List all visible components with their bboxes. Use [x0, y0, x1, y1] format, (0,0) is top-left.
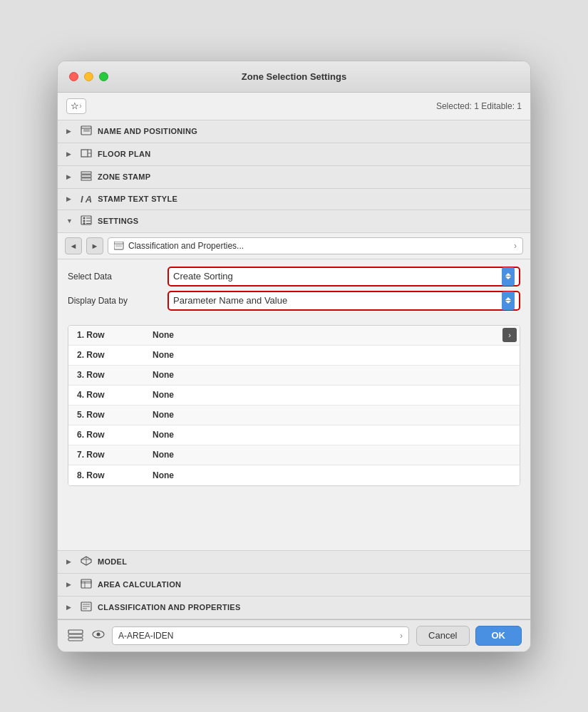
titlebar: Zone Selection Settings	[58, 61, 530, 93]
chevron-right-icon: ›	[79, 102, 81, 110]
display-data-label: Display Data by	[68, 296, 167, 306]
row-number: 8. Row	[68, 470, 147, 480]
section-icon-area	[81, 579, 92, 591]
toolbar-left: ☆ ›	[66, 98, 86, 114]
display-data-stepper[interactable]	[502, 291, 515, 310]
nav-prev-button[interactable]: ◄	[65, 237, 82, 254]
svg-rect-30	[68, 630, 83, 634]
section-stamp-text[interactable]: ▶ I A STAMP TEXT STYLE	[58, 189, 530, 210]
settings-nav-arrow: ›	[514, 241, 517, 251]
settings-nav-dropdown[interactable]: Classification and Properties... ›	[108, 237, 523, 254]
select-data-stepper[interactable]	[502, 267, 515, 286]
section-icon-class	[81, 602, 92, 614]
favorites-button[interactable]: ☆ ›	[66, 98, 86, 114]
section-title-floor: FLOOR PLAN	[98, 150, 151, 158]
section-name-and-positioning[interactable]: ▶ NAME AND POSITIONING	[58, 120, 530, 143]
table-row[interactable]: 8. Row None	[68, 465, 520, 485]
footer: A-AREA-IDEN › Cancel OK	[58, 619, 530, 651]
expand-arrow-zone: ▶	[66, 173, 75, 180]
expand-arrow-class: ▶	[66, 604, 75, 611]
section-zone-stamp[interactable]: ▶ ZONE STAMP	[58, 166, 530, 189]
minimize-button[interactable]	[84, 72, 93, 81]
bottom-sections: ▶ MODEL ▶ AREA CALCULATION ▶ CLASSIFICAT…	[58, 550, 530, 619]
toolbar: ☆ › Selected: 1 Editable: 1	[58, 93, 530, 120]
display-data-dropdown[interactable]: Parameter Name and Value	[167, 291, 520, 311]
select-data-value: Create Sorting	[173, 271, 233, 282]
stepper-down-icon[interactable]	[505, 277, 511, 279]
rows-table: 1. Row None › 2. Row None 3. Row None 4.…	[68, 325, 520, 486]
settings-nav-bar: ◄ ► Classification and Properties... ›	[58, 233, 530, 259]
table-row[interactable]: 5. Row None	[68, 406, 520, 425]
row-value: None	[147, 390, 500, 400]
svg-rect-8	[81, 178, 91, 180]
data-fields: Select Data Create Sorting Display Data …	[58, 259, 530, 322]
svg-point-10	[83, 217, 86, 219]
stepper-up-icon[interactable]	[505, 273, 511, 276]
svg-rect-31	[68, 634, 83, 637]
section-title-zone: ZONE STAMP	[98, 172, 150, 181]
main-window: Zone Selection Settings ☆ › Selected: 1 …	[57, 61, 531, 652]
section-icon-model	[81, 556, 92, 568]
display-stepper-down-icon[interactable]	[505, 301, 511, 304]
svg-rect-32	[68, 638, 83, 641]
section-title-settings: SETTINGS	[98, 217, 138, 225]
table-row[interactable]: 1. Row None ›	[68, 326, 520, 346]
row-action[interactable]: ›	[500, 328, 520, 342]
expand-arrow-stamp: ▶	[66, 195, 75, 202]
selection-info: Selected: 1 Editable: 1	[436, 101, 522, 111]
svg-point-34	[97, 633, 100, 636]
ok-button[interactable]: OK	[475, 626, 522, 646]
footer-layer-icon	[66, 628, 85, 644]
row-number: 7. Row	[68, 450, 147, 460]
row-value: None	[147, 450, 500, 460]
expand-arrow-name: ▶	[66, 128, 75, 135]
svg-rect-24	[81, 582, 91, 583]
table-row[interactable]: 4. Row None	[68, 386, 520, 406]
section-icon-name	[81, 125, 92, 138]
expand-arrow-settings: ▼	[66, 217, 75, 225]
svg-point-12	[83, 220, 86, 222]
layer-dropdown[interactable]: A-AREA-IDEN ›	[112, 626, 409, 645]
layer-arrow: ›	[400, 631, 403, 641]
expand-arrow-model: ▶	[66, 558, 75, 565]
svg-rect-6	[81, 172, 91, 174]
section-title-name: NAME AND POSITIONING	[98, 127, 197, 135]
svg-rect-7	[81, 175, 91, 177]
table-row[interactable]: 6. Row None	[68, 425, 520, 445]
section-classification[interactable]: ▶ CLASSIFICATION AND PROPERTIES	[58, 597, 530, 619]
row-number: 4. Row	[68, 390, 147, 400]
row-number: 5. Row	[68, 410, 147, 420]
window-title: Zone Selection Settings	[242, 71, 346, 82]
close-button[interactable]	[69, 72, 78, 81]
row-value: None	[147, 370, 500, 380]
section-floor-plan[interactable]: ▶ FLOOR PLAN	[58, 143, 530, 166]
display-data-value: Parameter Name and Value	[173, 295, 287, 306]
svg-rect-23	[81, 579, 91, 588]
table-row[interactable]: 3. Row None	[68, 366, 520, 386]
section-area-calc[interactable]: ▶ AREA CALCULATION	[58, 574, 530, 597]
table-row[interactable]: 7. Row None	[68, 445, 520, 465]
section-icon-settings	[81, 215, 92, 227]
star-icon: ☆	[71, 100, 79, 111]
select-data-label: Select Data	[68, 272, 167, 282]
expand-arrow-floor: ▶	[66, 150, 75, 158]
expand-arrow-area: ▶	[66, 581, 75, 588]
row-value: None	[147, 430, 500, 440]
maximize-button[interactable]	[99, 72, 108, 81]
traffic-lights	[69, 72, 108, 81]
row-value: None	[147, 410, 500, 420]
layer-value: A-AREA-IDEN	[118, 631, 173, 641]
row-action-button[interactable]: ›	[502, 328, 517, 342]
display-stepper-up-icon[interactable]	[505, 297, 511, 300]
footer-buttons: Cancel OK	[416, 626, 522, 646]
table-row[interactable]: 2. Row None	[68, 346, 520, 366]
nav-next-button[interactable]: ►	[86, 237, 103, 254]
nav-prev-icon: ◄	[70, 242, 78, 250]
section-title-class: CLASSIFICATION AND PROPERTIES	[98, 603, 241, 612]
section-model[interactable]: ▶ MODEL	[58, 551, 530, 574]
svg-point-14	[83, 222, 86, 225]
section-settings[interactable]: ▼ SETTINGS	[58, 210, 530, 233]
section-icon-zone	[81, 171, 92, 183]
select-data-dropdown[interactable]: Create Sorting	[167, 267, 520, 287]
cancel-button[interactable]: Cancel	[416, 626, 469, 646]
